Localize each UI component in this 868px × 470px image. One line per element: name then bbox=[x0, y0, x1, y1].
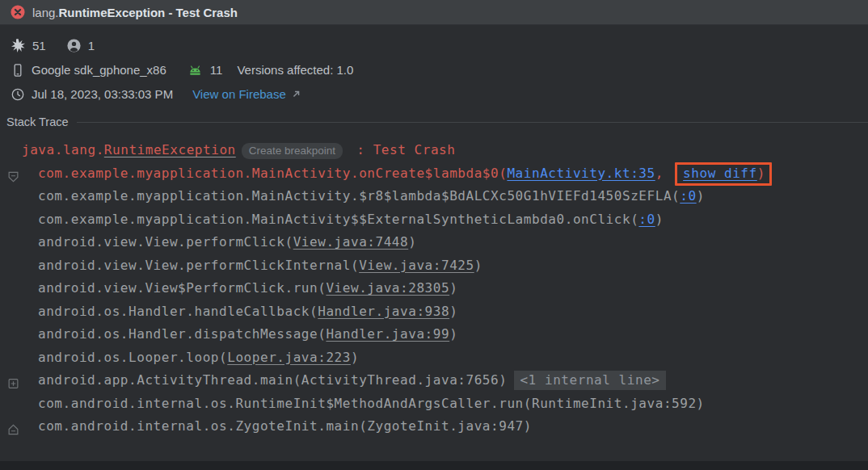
show-diff-highlight-box: show diff) bbox=[675, 162, 772, 186]
crash-count: 51 bbox=[32, 39, 46, 52]
stack-text: android.os.Handler.handleCallback( bbox=[38, 304, 318, 319]
frame-text: android.view.View.performClick(View.java… bbox=[38, 231, 416, 254]
internal-lines-badge[interactable]: <1 internal line> bbox=[514, 371, 665, 390]
stack-text: ) bbox=[351, 350, 359, 365]
device-name: Google sdk_gphone_x86 bbox=[32, 63, 166, 77]
stack-text: com.example.myapplication.MainActivity.o… bbox=[38, 166, 507, 181]
stack-text: , bbox=[655, 166, 672, 181]
device-icon bbox=[11, 64, 24, 77]
stack-text: android.os.Looper.loop( bbox=[38, 350, 227, 365]
panel-bottom-edge bbox=[0, 461, 868, 470]
frame-text: com.example.myapplication.MainActivity.$… bbox=[38, 185, 705, 208]
fold-plus-icon[interactable] bbox=[7, 375, 19, 387]
frame-text: android.view.View.performClickInternal(V… bbox=[38, 254, 482, 278]
users-icon bbox=[67, 39, 81, 52]
android-icon bbox=[188, 65, 203, 76]
stack-frame: android.os.Handler.handleCallback(Handle… bbox=[0, 300, 868, 324]
versions-affected: Versions affected: 1.0 bbox=[237, 63, 353, 77]
stack-frames: java.lang.RuntimeExceptionCreate breakpo… bbox=[0, 139, 868, 439]
stack-text: java.lang. bbox=[22, 142, 104, 157]
device-row: Google sdk_gphone_x86 11 Versions affect… bbox=[11, 61, 868, 78]
source-link[interactable]: :0 bbox=[680, 188, 696, 204]
clock-icon bbox=[11, 88, 24, 101]
fold-top-icon[interactable] bbox=[7, 167, 19, 179]
stack-trace-section-header: Stack Trace bbox=[0, 114, 868, 130]
stack-text: ) bbox=[449, 326, 457, 342]
stack-text: ) bbox=[655, 212, 664, 227]
stack-text: android.view.View.performClick( bbox=[38, 234, 293, 250]
frame-text: android.os.Handler.handleCallback(Handle… bbox=[38, 300, 457, 324]
stack-text: ) bbox=[757, 166, 765, 181]
stats-row: 51 1 bbox=[11, 37, 868, 54]
show-diff-link[interactable]: show diff bbox=[683, 166, 757, 181]
stack-text: ) bbox=[408, 234, 416, 250]
create-breakpoint-hint[interactable]: Create breakpoint bbox=[242, 143, 343, 159]
stack-frame: com.android.internal.os.ZygoteInit.main(… bbox=[0, 415, 868, 439]
exception-class-link: RuntimeException bbox=[104, 142, 236, 157]
stack-frame: com.android.internal.os.RuntimeInit$Meth… bbox=[0, 392, 868, 416]
frame-text: android.view.View$PerformClick.run(View.… bbox=[38, 277, 457, 300]
stack-frame: android.app.ActivityThread.main(Activity… bbox=[0, 369, 868, 392]
stack-text: : Test Crash bbox=[348, 142, 455, 157]
stack-text: com.example.myapplication.MainActivity.$… bbox=[38, 188, 680, 204]
mainactivity-source-link[interactable]: MainActivity.kt:35 bbox=[507, 166, 655, 181]
frame-text: java.lang.RuntimeExceptionCreate breakpo… bbox=[22, 139, 455, 163]
stack-text: ) bbox=[697, 188, 705, 204]
stack-frame: android.view.View.performClickInternal(V… bbox=[0, 254, 868, 278]
stack-text: com.android.internal.os.ZygoteInit.main(… bbox=[38, 418, 532, 434]
stack-text: com.android.internal.os.RuntimeInit$Meth… bbox=[38, 396, 705, 411]
stack-text: android.app.ActivityThread.main(Activity… bbox=[38, 372, 507, 388]
crash-count-icon bbox=[11, 39, 25, 52]
stack-frame: com.example.myapplication.MainActivity.$… bbox=[0, 185, 868, 208]
stack-frame: com.example.myapplication.MainActivity$$… bbox=[0, 208, 868, 232]
crash-detail-titlebar: lang.RuntimeException - Test Crash bbox=[0, 0, 868, 25]
source-link[interactable]: Handler.java:99 bbox=[326, 326, 449, 342]
frame-text: android.os.Looper.loop(Looper.java:223) bbox=[38, 346, 359, 370]
frame-text: com.example.myapplication.MainActivity$$… bbox=[38, 208, 664, 232]
stack-frame: android.view.View$PerformClick.run(View.… bbox=[0, 277, 868, 300]
stack-frame: android.os.Handler.dispatchMessage(Handl… bbox=[0, 323, 868, 346]
api-level: 11 bbox=[210, 63, 223, 77]
source-link[interactable]: Handler.java:938 bbox=[318, 304, 449, 319]
view-on-firebase-link[interactable]: View on Firebase bbox=[192, 87, 286, 101]
stack-frame: java.lang.RuntimeExceptionCreate breakpo… bbox=[0, 139, 868, 162]
source-link[interactable]: View.java:7448 bbox=[293, 234, 409, 250]
stack-text: ) bbox=[474, 258, 482, 273]
external-link-icon bbox=[292, 90, 301, 99]
section-divider bbox=[77, 122, 868, 123]
source-link[interactable]: :0 bbox=[638, 212, 655, 227]
event-time-row: Jul 18, 2023, 03:33:03 PM View on Fireba… bbox=[11, 86, 868, 103]
fold-bottom-icon[interactable] bbox=[7, 421, 19, 433]
event-timestamp: Jul 18, 2023, 03:33:03 PM bbox=[32, 87, 173, 101]
stack-text: android.os.Handler.dispatchMessage( bbox=[38, 326, 326, 342]
frame-text: com.android.internal.os.ZygoteInit.main(… bbox=[38, 415, 532, 439]
stack-text: com.example.myapplication.MainActivity$$… bbox=[38, 212, 638, 227]
panel-title: lang.RuntimeException - Test Crash bbox=[32, 6, 238, 19]
frame-text: android.app.ActivityThread.main(Activity… bbox=[38, 369, 666, 392]
error-icon bbox=[11, 5, 25, 19]
stack-text: android.view.View$PerformClick.run( bbox=[38, 280, 326, 296]
frame-text: android.os.Handler.dispatchMessage(Handl… bbox=[38, 323, 457, 346]
stack-frame: com.example.myapplication.MainActivity.o… bbox=[0, 162, 868, 186]
stack-text: ) bbox=[449, 304, 457, 319]
stack-frame: android.view.View.performClick(View.java… bbox=[0, 231, 868, 254]
frame-text: com.example.myapplication.MainActivity.o… bbox=[38, 162, 772, 186]
stack-trace-label: Stack Trace bbox=[6, 115, 69, 128]
stack-text: android.view.View.performClickInternal( bbox=[38, 258, 359, 273]
stack-frame: android.os.Looper.loop(Looper.java:223) bbox=[0, 346, 868, 370]
source-link[interactable]: View.java:28305 bbox=[326, 280, 449, 296]
crash-metadata: 51 1 Google sdk_gphone_x86 bbox=[0, 25, 868, 103]
source-link[interactable]: Looper.java:223 bbox=[227, 350, 351, 365]
user-count: 1 bbox=[88, 39, 95, 52]
stack-text: ) bbox=[449, 280, 457, 296]
frame-text: com.android.internal.os.RuntimeInit$Meth… bbox=[38, 392, 705, 416]
source-link[interactable]: View.java:7425 bbox=[359, 258, 474, 273]
